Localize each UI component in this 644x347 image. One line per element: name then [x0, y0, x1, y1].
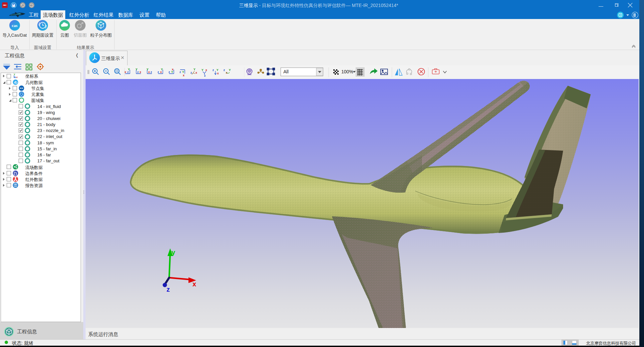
svg-text:z: z — [204, 74, 206, 77]
svg-text:Y: Y — [216, 68, 218, 72]
svg-text:z: z — [223, 68, 225, 72]
svg-text:z: z — [212, 68, 214, 72]
svg-text:z: z — [166, 286, 170, 293]
svg-text:z: z — [190, 71, 192, 74]
svg-text:x: x — [172, 68, 173, 71]
svg-text:x: x — [125, 70, 126, 74]
svg-text:y: y — [171, 249, 175, 256]
svg-text:x: x — [16, 76, 18, 78]
svg-text:x: x — [140, 70, 141, 74]
svg-text:Y: Y — [161, 68, 163, 71]
svg-text:x: x — [195, 71, 197, 74]
svg-text:Y: Y — [182, 70, 184, 74]
svg-text:Y: Y — [229, 68, 231, 72]
svg-text:z: z — [137, 70, 139, 74]
svg-text:100%: 100% — [341, 69, 353, 74]
svg-text:Y: Y — [193, 68, 195, 71]
svg-text:x: x — [148, 70, 150, 74]
svg-text:x: x — [192, 280, 196, 288]
svg-text:z: z — [151, 70, 152, 74]
svg-text:Y: Y — [201, 68, 203, 72]
svg-text:Y: Y — [128, 68, 130, 71]
svg-text:All: All — [283, 69, 289, 74]
svg-text:x: x — [217, 72, 219, 75]
svg-text:cas: cas — [12, 23, 17, 28]
svg-text:z: z — [168, 70, 170, 74]
svg-text:z: z — [158, 70, 159, 74]
svg-text:Y: Y — [14, 73, 15, 76]
svg-text:x: x — [183, 74, 184, 77]
svg-text:z: z — [179, 70, 181, 74]
svg-text:x: x — [205, 68, 207, 72]
svg-text:z: z — [14, 76, 16, 78]
